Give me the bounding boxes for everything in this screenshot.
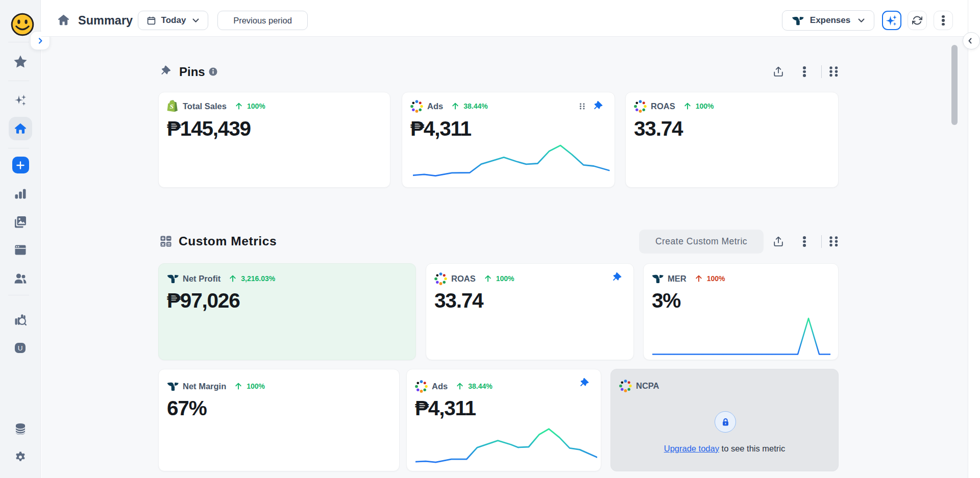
svg-text:S: S xyxy=(170,103,174,110)
